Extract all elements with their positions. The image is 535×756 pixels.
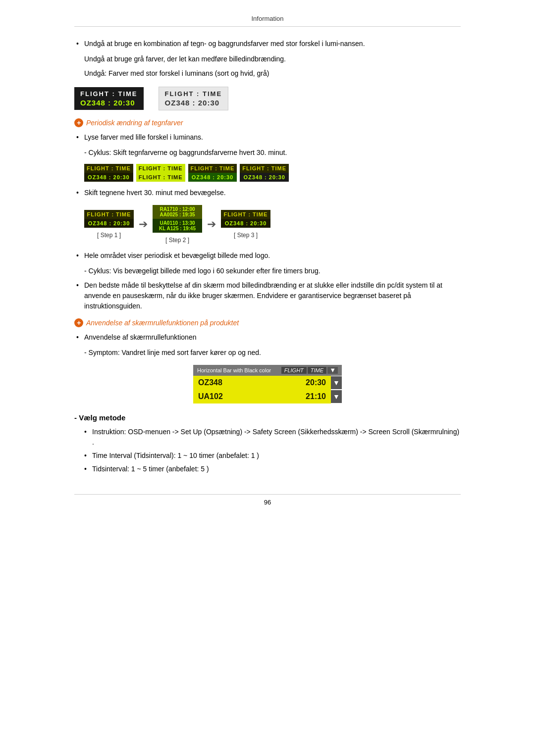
cycle-box-1-top: FLIGHT : TIME [84, 164, 133, 173]
cycle-box-1: FLIGHT : TIME OZ348 : 20:30 [84, 164, 133, 182]
step-diagram: FLIGHT : TIME OZ348 : 20:30 [ Step 1 ] ➔… [84, 205, 461, 244]
sub-list-item-2: Time Interval (Tidsinterval): 1 ~ 10 tim… [84, 451, 461, 461]
flight-display-dark: FLIGHT : TIME OZ348 : 20:30 [74, 87, 144, 110]
scroll-ua-flight: UA102 [198, 392, 223, 401]
cycle-box-4: FLIGHT : TIME OZ348 : 20:30 [240, 164, 289, 182]
flight-display-light: FLIGHT : TIME OZ348 : 20:30 [159, 87, 229, 110]
cycle-box-2-top: FLIGHT : TIME [136, 164, 185, 173]
orange-heading-2: Anvendelse af skærmrullefunktionen på pr… [74, 318, 461, 327]
sub-list-item-1: Instruktion: OSD-menuen -> Set Up (Opsæt… [84, 427, 461, 448]
page-footer: 96 [74, 494, 461, 506]
arrow-icon-2: ➔ [207, 218, 216, 231]
list-item-3: Skift tegnene hvert 30. minut med bevæge… [74, 188, 461, 198]
scroll-header: Horizontal Bar with Black color FLIGHT T… [193, 365, 342, 376]
dark-row1: FLIGHT : TIME [80, 90, 138, 98]
bullet1-text: Undgå at bruge en kombination af tegn- o… [84, 40, 365, 48]
sub-list-item-3: Tidsinterval: 1 ~ 5 timer (anbefalet: 5 … [84, 464, 461, 474]
step-box-2: RA1710 : 12:00AA0025 : 19:35 UA0110 : 13… [153, 205, 202, 244]
section-bold: - Vælg metode [74, 413, 461, 422]
orange-heading-1: Periodisk ændring af tegnfarver [74, 118, 461, 127]
flight-display-pair: FLIGHT : TIME OZ348 : 20:30 FLIGHT : TIM… [74, 87, 461, 110]
step3-top: FLIGHT : TIME [221, 210, 270, 219]
light-row2: OZ348 : 20:30 [165, 99, 222, 107]
main-list-3: Skift tegnene hvert 30. minut med bevæge… [74, 188, 461, 198]
list-item-1: Undgå at bruge en kombination af tegn- o… [74, 39, 461, 49]
step-box-1: FLIGHT : TIME OZ348 : 20:30 [ Step 1 ] [84, 210, 134, 239]
scroll-ua-time: 21:10 [306, 392, 326, 401]
sub-list: Instruktion: OSD-menuen -> Set Up (Opsæt… [74, 427, 461, 474]
cycle-box-1-bot: OZ348 : 20:30 [84, 173, 133, 182]
cycle-box-2-bot: FLIGHT : TIME [136, 173, 185, 182]
sub-text-3: - Cyklus: Skift tegnfarverne og baggrund… [84, 148, 461, 158]
scroll-down-arrow-row2: ▼ [331, 390, 342, 403]
scroll-illustration-wrapper: Horizontal Bar with Black color FLIGHT T… [74, 365, 461, 403]
scroll-header-right: FLIGHT TIME ▼ [281, 367, 338, 374]
cycle-box-3-top: FLIGHT : TIME [188, 164, 237, 173]
list-item-6: Anvendelse af skærmrullefunktionen [74, 332, 461, 343]
list-item-2: Lyse farver med lille forskel i luminans… [74, 132, 461, 143]
scroll-illustration: Horizontal Bar with Black color FLIGHT T… [193, 365, 342, 403]
orange-circle-icon-2 [74, 318, 83, 327]
sub-text-4: - Cyklus: Vis bevægeligt billede med log… [84, 266, 461, 276]
scroll-down-arrow-row1: ▼ [331, 376, 342, 389]
main-list-4: Hele området viser periodisk et bevægeli… [74, 251, 461, 261]
step1-label: [ Step 1 ] [97, 232, 121, 239]
list-item-4: Hele området viser periodisk et bevægeli… [74, 251, 461, 261]
sub-text-5: - Symptom: Vandret linje med sort farver… [84, 348, 461, 358]
arrow-icon-1: ➔ [139, 218, 148, 231]
step1-top: FLIGHT : TIME [84, 210, 134, 219]
step3-label: [ Step 3 ] [234, 232, 258, 239]
dark-row2: OZ348 : 20:30 [80, 99, 138, 107]
step2-label: [ Step 2 ] [165, 237, 189, 244]
list-item-5: Den bedste måde til beskyttelse af din s… [74, 280, 461, 311]
step1-bot: OZ348 : 20:30 [84, 219, 134, 228]
scroll-oz-flight: OZ348 [198, 378, 222, 387]
step2-top: RA1710 : 12:00AA0025 : 19:35 [153, 205, 202, 219]
cycle-display-row: FLIGHT : TIME OZ348 : 20:30 FLIGHT : TIM… [84, 164, 461, 182]
light-row1: FLIGHT : TIME [165, 90, 222, 98]
page-header: Information [74, 15, 461, 27]
step-1-display: FLIGHT : TIME OZ348 : 20:30 [84, 210, 134, 228]
step3-bot: OZ348 : 20:30 [221, 219, 270, 228]
orange-label-text: Periodisk ændring af tegnfarver [86, 119, 183, 127]
scroll-time-label: TIME [308, 367, 326, 374]
page-container: Information Undgå at bruge en kombinatio… [54, 0, 481, 536]
cycle-box-4-bot: OZ348 : 20:30 [240, 173, 289, 182]
cycle-box-2: FLIGHT : TIME FLIGHT : TIME [136, 164, 185, 182]
scroll-oz-content: OZ348 20:30 [193, 376, 331, 390]
page-number: 96 [264, 499, 271, 506]
orange-label2-text: Anvendelse af skærmrullefunktionen på pr… [86, 319, 239, 327]
sub-text-1: Undgå at bruge grå farver, der let kan m… [84, 54, 461, 64]
orange-circle-icon [74, 118, 83, 127]
scroll-ua-content: UA102 21:10 [193, 390, 331, 403]
scroll-flight-label: FLIGHT [281, 367, 307, 374]
cycle-box-3-bot: OZ348 : 20:30 [188, 173, 237, 182]
step-3-display: FLIGHT : TIME OZ348 : 20:30 [221, 210, 270, 228]
scroll-down-arrow-header: ▼ [327, 367, 338, 374]
step-2-display: RA1710 : 12:00AA0025 : 19:35 UA0110 : 13… [153, 205, 202, 233]
cycle-box-4-top: FLIGHT : TIME [240, 164, 289, 173]
scroll-header-title: Horizontal Bar with Black color [197, 367, 271, 373]
scroll-oz-time: 20:30 [306, 378, 326, 387]
main-list-2: Lyse farver med lille forskel i luminans… [74, 132, 461, 143]
step-box-3: FLIGHT : TIME OZ348 : 20:30 [ Step 3 ] [221, 210, 270, 239]
main-list-6: Anvendelse af skærmrullefunktionen [74, 332, 461, 343]
scroll-row-oz: OZ348 20:30 ▼ [193, 376, 342, 390]
sub-text-2: Undgå: Farver med stor forskel i luminan… [84, 68, 461, 79]
header-title: Information [251, 15, 283, 22]
cycle-box-3: FLIGHT : TIME OZ348 : 20:30 [188, 164, 237, 182]
step2-bot: UA0110 : 13:30KL A125 : 19:45 [153, 219, 202, 233]
main-list: Undgå at bruge en kombination af tegn- o… [74, 39, 461, 49]
main-list-5: Den bedste måde til beskyttelse af din s… [74, 280, 461, 311]
scroll-row-ua: UA102 21:10 ▼ [193, 390, 342, 403]
